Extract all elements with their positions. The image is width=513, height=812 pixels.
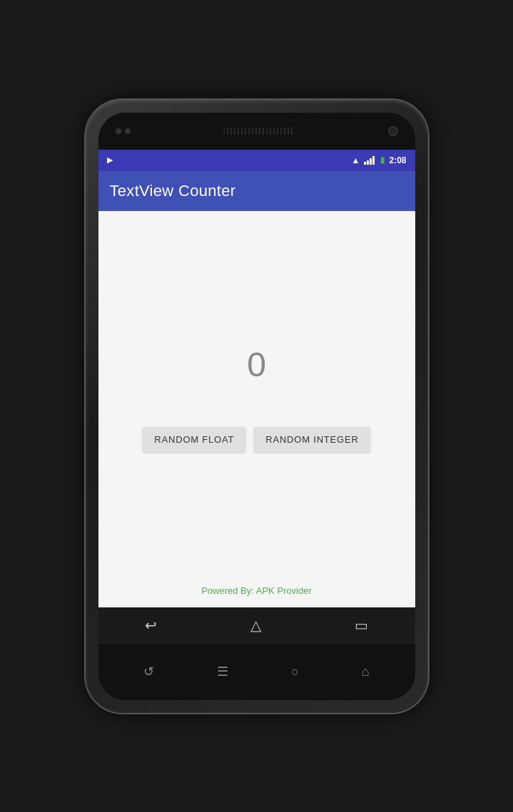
hw-home-button[interactable]: ⌂ <box>350 659 381 685</box>
random-integer-button[interactable]: RANDOM INTEGER <box>254 427 370 452</box>
hw-back-button[interactable]: ↺ <box>132 658 166 685</box>
app-title: TextView Counter <box>110 182 236 200</box>
counter-display: 0 <box>247 345 266 384</box>
hw-search-button[interactable]: ○ <box>280 659 310 685</box>
nav-bar: ↩ △ ▭ <box>98 607 415 643</box>
store-icon: ▶ <box>107 155 113 165</box>
buttons-row: RANDOM FLOAT RANDOM INTEGER <box>143 427 370 452</box>
speaker-dots <box>116 128 131 134</box>
recent-apps-button[interactable]: ▭ <box>340 611 382 639</box>
status-right: ▲ ▮ 2:08 <box>352 155 407 165</box>
home-button[interactable]: △ <box>236 611 275 639</box>
front-camera <box>388 126 398 136</box>
status-bar: ▶ ▲ ▮ 2:08 <box>98 150 415 171</box>
speaker-dot-2 <box>125 128 131 134</box>
signal-bar-4 <box>372 156 375 165</box>
phone-top-hardware <box>98 113 415 150</box>
status-time: 2:08 <box>389 155 406 165</box>
footer-text: Powered By: APK Provider <box>98 585 415 596</box>
back-button[interactable]: ↩ <box>131 611 171 639</box>
random-float-button[interactable]: RANDOM FLOAT <box>143 427 245 452</box>
speaker-grill <box>223 128 295 135</box>
phone-device: ▶ ▲ ▮ 2:08 <box>86 100 428 713</box>
screen: ▶ ▲ ▮ 2:08 <box>98 150 415 643</box>
wifi-icon: ▲ <box>352 155 360 165</box>
signal-bars <box>364 155 375 165</box>
status-left: ▶ <box>107 155 113 165</box>
signal-bar-2 <box>367 160 369 165</box>
phone-bottom-hardware: ↺ ☰ ○ ⌂ <box>98 643 415 700</box>
signal-bar-3 <box>370 158 372 165</box>
battery-icon: ▮ <box>380 155 385 165</box>
speaker-dot-1 <box>116 128 121 134</box>
main-content: 0 RANDOM FLOAT RANDOM INTEGER Powered By… <box>98 211 415 607</box>
hw-menu-button[interactable]: ☰ <box>205 658 240 685</box>
signal-bar-1 <box>364 162 366 165</box>
phone-inner: ▶ ▲ ▮ 2:08 <box>98 113 415 700</box>
app-bar: TextView Counter <box>98 171 415 211</box>
